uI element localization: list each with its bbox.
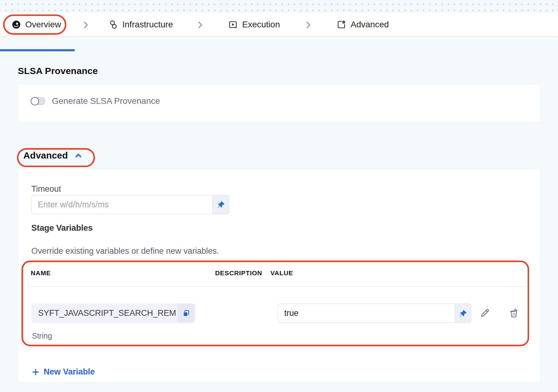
toggle-knob — [31, 97, 39, 105]
tab-overview[interactable]: Overview — [12, 13, 61, 36]
stage-variables-description: Override existing variables or define ne… — [31, 246, 219, 256]
variable-name-box — [31, 304, 178, 323]
edit-variable-button[interactable] — [479, 307, 491, 319]
variable-name-widget — [31, 304, 195, 323]
pipeline-stage-config-page: Overview Infrastructure — [0, 0, 558, 392]
tab-execution[interactable]: Execution — [228, 13, 280, 36]
generate-slsa-toggle-row: Generate SLSA Provenance — [31, 96, 160, 106]
active-tab-underline — [0, 49, 75, 51]
row-bottom-divider — [26, 347, 527, 348]
advanced-section-toggle[interactable]: Advanced — [23, 150, 83, 161]
overview-icon — [12, 20, 21, 29]
pushpin-icon — [217, 201, 225, 209]
timeout-input[interactable] — [31, 195, 212, 214]
table-header-divider — [26, 286, 527, 287]
tab-overview-label: Overview — [25, 20, 61, 29]
generate-slsa-toggle-label: Generate SLSA Provenance — [52, 96, 160, 106]
timeout-pin-button[interactable] — [212, 195, 229, 214]
trash-icon — [508, 308, 519, 319]
variable-value-group — [278, 304, 471, 323]
slsa-provenance-card: Generate SLSA Provenance — [18, 84, 540, 123]
canvas-dotted-background — [0, 0, 558, 13]
copy-name-button[interactable] — [178, 304, 195, 323]
tab-execution-label: Execution — [242, 20, 280, 29]
generate-slsa-toggle[interactable] — [31, 97, 45, 105]
execution-play-icon — [228, 20, 238, 29]
new-variable-label: New Variable — [44, 367, 95, 377]
column-header-value: VALUE — [270, 269, 293, 277]
advanced-gear-icon — [336, 20, 346, 29]
chevron-right-icon — [304, 20, 313, 29]
tab-infrastructure[interactable]: Infrastructure — [108, 13, 173, 36]
chevron-up-icon — [73, 151, 83, 160]
timeout-label: Timeout — [31, 184, 61, 194]
delete-variable-button[interactable] — [508, 307, 520, 319]
pushpin-icon — [459, 309, 467, 317]
column-header-description: DESCRIPTION — [215, 269, 262, 277]
copy-icon — [182, 309, 190, 317]
stage-tabbar: Overview Infrastructure — [0, 13, 558, 36]
variable-name-input[interactable] — [31, 308, 178, 318]
slsa-provenance-heading: SLSA Provenance — [18, 66, 98, 76]
variable-type-label: String — [32, 331, 52, 340]
timeout-input-group — [31, 195, 229, 214]
chevron-right-icon — [195, 20, 205, 29]
advanced-card: Timeout Stage Variables Override existin… — [18, 169, 540, 382]
new-variable-button[interactable]: New Variable — [31, 367, 95, 377]
tab-infrastructure-label: Infrastructure — [122, 20, 173, 29]
advanced-section-heading: Advanced — [23, 150, 68, 161]
column-header-name: NAME — [31, 269, 51, 277]
pencil-icon — [479, 308, 490, 319]
tab-advanced[interactable]: Advanced — [336, 13, 389, 36]
chevron-right-icon — [81, 20, 90, 29]
plus-icon — [31, 368, 40, 376]
tab-advanced-label: Advanced — [351, 20, 389, 29]
stage-variables-heading: Stage Variables — [31, 223, 93, 233]
infrastructure-icon — [108, 20, 118, 29]
variable-value-input[interactable] — [278, 304, 455, 323]
value-pin-button[interactable] — [455, 304, 471, 323]
